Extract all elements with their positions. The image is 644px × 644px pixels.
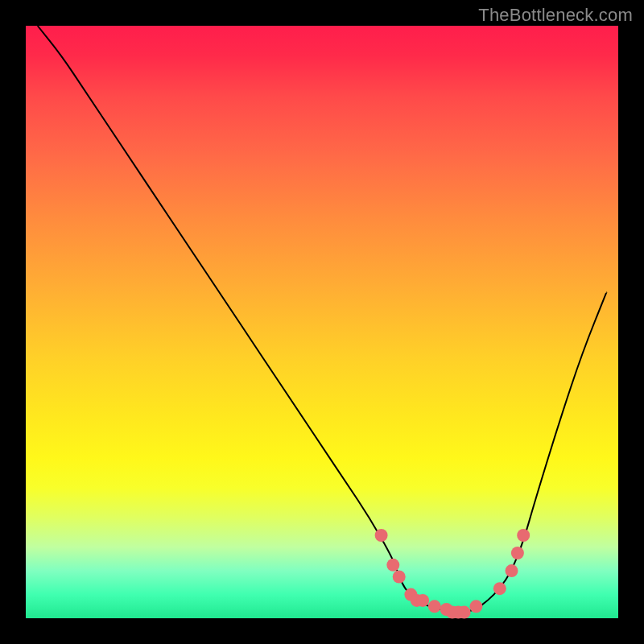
plot-area	[26, 26, 618, 618]
chart-svg	[26, 26, 618, 618]
marker-dot	[458, 606, 471, 619]
bottleneck-curve	[38, 26, 607, 613]
marker-dot	[517, 529, 530, 542]
marker-dot	[428, 600, 441, 613]
marker-dot	[386, 559, 399, 572]
marker-dot	[416, 594, 429, 607]
chart-frame: TheBottleneck.com	[0, 0, 644, 644]
marker-dot	[493, 582, 506, 595]
marker-dot	[469, 600, 482, 613]
marker-group	[375, 529, 530, 619]
marker-dot	[506, 564, 518, 577]
marker-dot	[375, 529, 388, 542]
marker-dot	[511, 547, 524, 559]
marker-dot	[393, 571, 406, 584]
watermark-text: TheBottleneck.com	[478, 5, 633, 26]
